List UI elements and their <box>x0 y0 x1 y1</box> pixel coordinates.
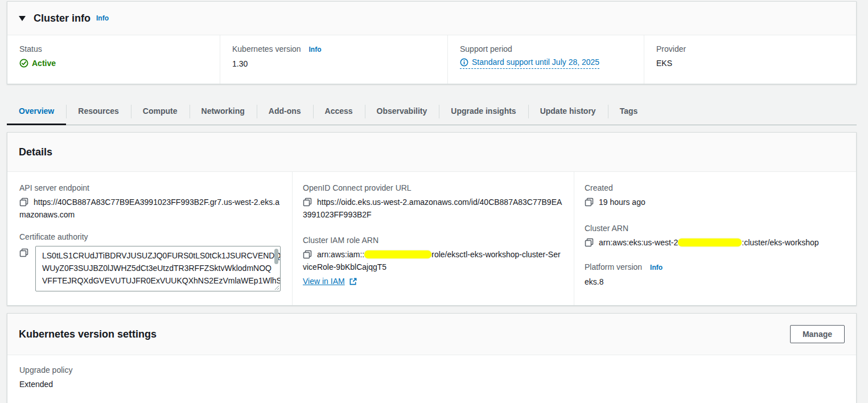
tab-upgrade-insights[interactable]: Upgrade insights <box>439 98 528 125</box>
certificate-line: VFFTEJRQXdGVEVUTUJFR0ExVUUKQXhNS2EzVmlaW… <box>42 274 269 287</box>
details-card: Details API server endpoint https://40CB… <box>7 132 857 306</box>
tab-compute[interactable]: Compute <box>131 98 190 125</box>
kubernetes-version-column: Kubernetes version Info 1.30 <box>220 35 447 84</box>
tab-resources[interactable]: Resources <box>66 98 131 125</box>
resize-handle-icon[interactable] <box>274 285 279 290</box>
info-circle-icon <box>460 58 468 67</box>
oidc-text: https://oidc.eks.us-west-2.amazonaws.com… <box>303 198 562 219</box>
details-columns: API server endpoint https://40CB887A83C7… <box>7 172 856 305</box>
details-header: Details <box>7 133 856 172</box>
provider-label: Provider <box>656 43 845 55</box>
tab-overview[interactable]: Overview <box>7 98 66 125</box>
tab-observability[interactable]: Observability <box>365 98 439 125</box>
cluster-info-columns: Status Active Kubernetes version Info 1.… <box>7 35 856 84</box>
provider-value: EKS <box>656 57 845 69</box>
certificate-line: LS0tLS1CRUdJTiBDRVJUSUZJQ0FURS0tLS0tCk1J… <box>42 249 269 262</box>
copy-icon[interactable] <box>585 198 594 207</box>
tab-tags[interactable]: Tags <box>608 98 650 125</box>
created-label: Created <box>585 182 845 194</box>
certificate-authority-label: Certificate authority <box>19 231 281 242</box>
status-text: Active <box>32 57 56 69</box>
support-period-text: Standard support until July 28, 2025 <box>472 57 599 67</box>
iam-role-label: Cluster IAM role ARN <box>303 235 562 246</box>
provider-column: Provider EKS <box>644 35 856 84</box>
kubernetes-version-label: Kubernetes version Info <box>232 43 436 55</box>
redacted-account-id <box>364 250 431 258</box>
cluster-arn-value: arn:aws:eks:us-west-2:cluster/eks-worksh… <box>585 236 845 249</box>
details-title: Details <box>19 145 52 159</box>
status-value: Active <box>19 57 208 69</box>
tab-update-history[interactable]: Update history <box>528 98 608 125</box>
status-column: Status Active <box>7 35 220 84</box>
cluster-arn-suffix: :cluster/eks-workshop <box>742 238 818 247</box>
created-field: Created 19 hours ago <box>585 182 845 208</box>
view-in-iam-link[interactable]: View in IAM <box>303 277 357 286</box>
details-column-3: Created 19 hours ago Cluster ARN arn:aws… <box>574 172 856 305</box>
certificate-authority-textarea[interactable]: LS0tLS1CRUdJTiBDRVJUSUZJQ0FURS0tLS0tCk1J… <box>35 246 281 291</box>
collapse-caret-icon[interactable] <box>19 16 26 21</box>
platform-version-value: eks.8 <box>585 275 845 288</box>
tab-add-ons[interactable]: Add-ons <box>257 98 313 125</box>
iam-role-value: arn:aws:iam::role/eksctl-eks-workshop-cl… <box>303 248 562 273</box>
cluster-info-title: Cluster info <box>34 11 90 25</box>
created-text: 19 hours ago <box>599 198 645 207</box>
certificate-line: WUyZ0F3SUJBZ0lJWHZ5dCt3eUtzdTR3RFFZSktvW… <box>42 262 269 274</box>
platform-version-field: Platform version Info eks.8 <box>585 261 845 288</box>
kubernetes-version-info-link[interactable]: Info <box>309 46 322 54</box>
kubernetes-version-settings-title: Kubernetes version settings <box>19 327 157 341</box>
tab-access[interactable]: Access <box>313 98 365 125</box>
created-value: 19 hours ago <box>585 196 845 208</box>
cluster-arn-prefix: arn:aws:eks:us-west-2 <box>599 238 678 247</box>
kubernetes-version-settings-card: Kubernetes version settings Manage Upgra… <box>7 313 857 403</box>
details-column-2: OpenID Connect provider URL https://oidc… <box>292 172 574 305</box>
oidc-field: OpenID Connect provider URL https://oidc… <box>303 182 562 221</box>
iam-role-field: Cluster IAM role ARN arn:aws:iam::role/e… <box>303 235 562 286</box>
copy-icon[interactable] <box>303 250 312 259</box>
upgrade-policy-field: Upgrade policy Extended <box>7 355 856 403</box>
kubernetes-version-label-text: Kubernetes version <box>232 44 301 54</box>
oidc-label: OpenID Connect provider URL <box>303 182 562 194</box>
upgrade-policy-label: Upgrade policy <box>19 364 845 376</box>
view-in-iam-text: View in IAM <box>303 277 345 286</box>
status-success-icon <box>19 59 28 68</box>
support-period-label: Support period <box>460 43 632 55</box>
api-endpoint-text: https://40CB887A83C77B9EA3991023FF993B2F… <box>19 198 279 219</box>
api-endpoint-value: https://40CB887A83C77B9EA3991023FF993B2F… <box>19 196 281 221</box>
certificate-authority-field: Certificate authority LS0tLS1CRUdJTiBDRV… <box>19 231 281 291</box>
kubernetes-version-value: 1.30 <box>232 57 436 70</box>
platform-version-info-link[interactable]: Info <box>650 264 663 272</box>
support-period-link[interactable]: Standard support until July 28, 2025 <box>460 57 599 69</box>
details-column-1: API server endpoint https://40CB887A83C7… <box>7 172 292 305</box>
support-period-column: Support period Standard support until Ju… <box>447 35 644 84</box>
platform-version-label-text: Platform version <box>585 262 642 272</box>
oidc-value: https://oidc.eks.us-west-2.amazonaws.com… <box>303 196 562 221</box>
external-link-icon <box>349 277 357 286</box>
platform-version-label: Platform version Info <box>585 261 845 273</box>
upgrade-policy-value: Extended <box>19 378 845 390</box>
iam-role-arn-prefix: arn:aws:iam:: <box>317 250 364 259</box>
status-label: Status <box>19 43 208 55</box>
api-endpoint-label: API server endpoint <box>19 182 281 194</box>
copy-icon[interactable] <box>303 198 312 207</box>
copy-icon[interactable] <box>19 198 28 207</box>
cluster-tabs: Overview Resources Compute Networking Ad… <box>7 98 857 125</box>
redacted-account-id <box>678 238 742 246</box>
cluster-info-card: Cluster info Info Status Active Kubernet… <box>7 1 857 84</box>
cluster-arn-field: Cluster ARN arn:aws:eks:us-west-2:cluste… <box>585 223 845 249</box>
cluster-info-header: Cluster info Info <box>7 2 856 35</box>
scrollbar-thumb[interactable] <box>274 249 278 264</box>
copy-icon[interactable] <box>585 238 594 247</box>
copy-icon[interactable] <box>19 248 28 257</box>
api-endpoint-field: API server endpoint https://40CB887A83C7… <box>19 182 281 221</box>
cluster-info-info-link[interactable]: Info <box>96 14 109 22</box>
tab-networking[interactable]: Networking <box>190 98 257 125</box>
cluster-arn-label: Cluster ARN <box>585 223 845 234</box>
kubernetes-version-settings-header: Kubernetes version settings Manage <box>7 314 856 355</box>
manage-button[interactable]: Manage <box>790 325 845 343</box>
